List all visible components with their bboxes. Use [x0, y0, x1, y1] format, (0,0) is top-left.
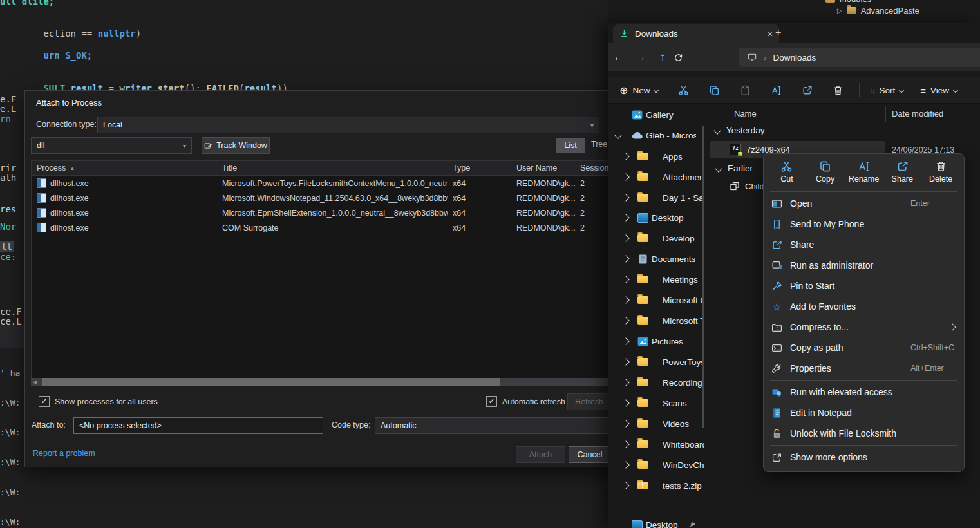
- delete-button[interactable]: [827, 80, 849, 100]
- refresh-button[interactable]: Refresh: [567, 393, 611, 410]
- chevron-right-icon[interactable]: [622, 461, 629, 468]
- share-button[interactable]: [796, 80, 818, 100]
- sidebar-item-documents[interactable]: Documents: [608, 249, 704, 269]
- attach-to-field[interactable]: <No process selected>: [73, 417, 323, 434]
- checkbox-checked-icon[interactable]: ✓: [39, 396, 50, 407]
- menu-item-edit-in-notepad[interactable]: Edit in Notepad: [764, 402, 964, 423]
- sidebar-item-tests-zip[interactable]: tests 2.zip: [608, 476, 704, 495]
- menu-item-send-to-phone[interactable]: Send to My Phone: [764, 214, 964, 234]
- chevron-right-icon[interactable]: [622, 153, 629, 160]
- share-quick-action[interactable]: Share: [884, 160, 920, 184]
- chevron-right-icon[interactable]: [622, 482, 629, 489]
- file-row-child[interactable]: Childl: [730, 181, 766, 191]
- chevron-right-icon[interactable]: [622, 440, 629, 448]
- chevron-right-icon[interactable]: [622, 296, 629, 303]
- tree-item-advancedpaste[interactable]: ▷ AdvancedPaste: [837, 6, 919, 15]
- cut-quick-action[interactable]: Cut: [769, 160, 805, 184]
- sidebar-item-gallery[interactable]: Gallery: [608, 105, 704, 124]
- scrollbar-thumb[interactable]: [42, 378, 500, 386]
- attach-button[interactable]: Attach: [516, 446, 565, 463]
- group-earlier[interactable]: Earlier: [716, 164, 753, 173]
- scroll-left-icon[interactable]: ◀: [31, 379, 37, 385]
- sidebar-item-recordings[interactable]: Recordings: [608, 373, 704, 392]
- breadcrumb-downloads[interactable]: Downloads: [773, 53, 816, 62]
- chevron-right-icon[interactable]: [622, 358, 629, 365]
- back-icon[interactable]: ←: [608, 51, 630, 64]
- copy-quick-action[interactable]: Copy: [807, 160, 843, 184]
- sidebar-item-videos[interactable]: Videos: [608, 414, 704, 433]
- chevron-down-icon[interactable]: [713, 127, 721, 134]
- menu-item-add-to-favorites[interactable]: ☆ Add to Favorites: [764, 296, 964, 317]
- sort-button[interactable]: ↑↓ Sort: [869, 86, 903, 95]
- menu-item-unlock-file-locksmith[interactable]: Unlock with File Locksmith: [764, 423, 964, 444]
- show-all-users-checkbox[interactable]: ✓ Show processes for all users: [39, 396, 158, 407]
- process-row[interactable]: dllhost.exe Microsoft.EpmShellExtension_…: [32, 205, 609, 220]
- chevron-down-icon[interactable]: [614, 131, 621, 138]
- column-header-type[interactable]: Type: [448, 164, 511, 173]
- menu-item-compress-to[interactable]: Compress to...: [764, 317, 964, 337]
- tree-item-modules[interactable]: modules: [825, 0, 871, 4]
- copy-button[interactable]: [703, 80, 725, 100]
- tab-downloads[interactable]: Downloads ×: [613, 24, 779, 43]
- chevron-right-icon[interactable]: [622, 420, 629, 427]
- chevron-right-icon[interactable]: [622, 234, 629, 241]
- chevron-right-icon[interactable]: ▷: [837, 7, 842, 14]
- rename-quick-action[interactable]: Rename: [845, 160, 881, 184]
- sidebar-item-microsoft-teams[interactable]: Microsoft Tear: [608, 311, 704, 330]
- checkbox-checked-icon[interactable]: ✓: [486, 396, 497, 407]
- horizontal-scrollbar[interactable]: ◀: [31, 378, 608, 386]
- sidebar-item-powertoys[interactable]: PowerToys: [608, 352, 704, 372]
- address-bar[interactable]: › Downloads: [739, 48, 980, 67]
- menu-item-open[interactable]: Open Enter: [764, 193, 964, 214]
- sidebar-item-microsoft-copilot[interactable]: Microsoft Cop: [608, 290, 704, 310]
- group-yesterday[interactable]: Yesterday: [715, 126, 765, 135]
- sidebar-item-apps[interactable]: Apps: [608, 147, 704, 166]
- menu-item-copy-as-path[interactable]: Copy as path Ctrl+Shift+C: [764, 337, 964, 358]
- process-row[interactable]: dllhost.exe Microsoft.PowerToys.FileLock…: [32, 176, 609, 191]
- process-row[interactable]: dllhost.exe COM Surrogate x64 REDMOND\gk…: [32, 220, 609, 235]
- chevron-right-icon[interactable]: [622, 276, 629, 283]
- tree-view-button[interactable]: Tree: [591, 140, 607, 149]
- sidebar-item-develop[interactable]: Develop: [608, 229, 704, 248]
- track-window-button[interactable]: Track Window: [202, 137, 270, 154]
- new-tab-icon[interactable]: +: [775, 27, 781, 39]
- forward-icon[interactable]: →: [630, 51, 652, 64]
- sidebar-item-meetings[interactable]: Meetings: [608, 270, 704, 289]
- list-view-button[interactable]: List: [556, 138, 585, 153]
- cut-button[interactable]: [672, 80, 694, 100]
- sidebar-item-pictures[interactable]: Pictures: [608, 332, 704, 351]
- chevron-right-icon[interactable]: [622, 173, 629, 180]
- menu-item-share[interactable]: Share: [764, 234, 964, 255]
- sidebar-item-desktop[interactable]: Desktop: [608, 208, 704, 227]
- menu-item-properties[interactable]: Properties Alt+Enter: [764, 358, 964, 379]
- menu-item-run-as-administrator[interactable]: Run as administrator: [764, 255, 964, 276]
- sidebar-item-attachments[interactable]: Attachments: [608, 167, 704, 187]
- paste-button[interactable]: [734, 80, 756, 100]
- close-icon[interactable]: ×: [768, 29, 773, 39]
- chevron-right-icon[interactable]: [622, 255, 629, 262]
- column-header-name[interactable]: Name: [734, 109, 757, 118]
- chevron-right-icon[interactable]: [622, 379, 629, 386]
- chevron-right-icon[interactable]: [622, 214, 629, 221]
- auto-refresh-checkbox[interactable]: ✓ Automatic refresh: [486, 396, 565, 407]
- column-header-user[interactable]: User Name: [511, 164, 575, 173]
- up-icon[interactable]: ↑: [652, 51, 674, 64]
- rename-button[interactable]: [765, 80, 787, 100]
- column-header-session[interactable]: Session: [575, 164, 609, 173]
- column-header-title[interactable]: Title: [217, 164, 448, 173]
- sidebar-item-scans[interactable]: Scans: [608, 393, 704, 413]
- process-filter-input[interactable]: dll ▾: [31, 137, 192, 154]
- chevron-down-icon[interactable]: [715, 165, 722, 172]
- filter-dropdown-icon[interactable]: ▾: [183, 142, 186, 149]
- column-divider[interactable]: [885, 106, 886, 122]
- chevron-right-icon[interactable]: [622, 337, 629, 344]
- chevron-right-icon[interactable]: [622, 194, 629, 201]
- column-header-process[interactable]: Process ▲: [32, 164, 217, 173]
- sidebar-item-windevchat[interactable]: WinDevChat c: [608, 455, 704, 475]
- connection-type-select[interactable]: Local ▾: [97, 117, 599, 133]
- cancel-button[interactable]: Cancel: [569, 446, 611, 463]
- code-type-select[interactable]: Automatic: [375, 417, 613, 434]
- sidebar-item-pinned-desktop[interactable]: Desktop: [608, 515, 704, 528]
- menu-item-show-more-options[interactable]: Show more options: [764, 447, 964, 467]
- new-button[interactable]: ⊕ New: [619, 84, 658, 97]
